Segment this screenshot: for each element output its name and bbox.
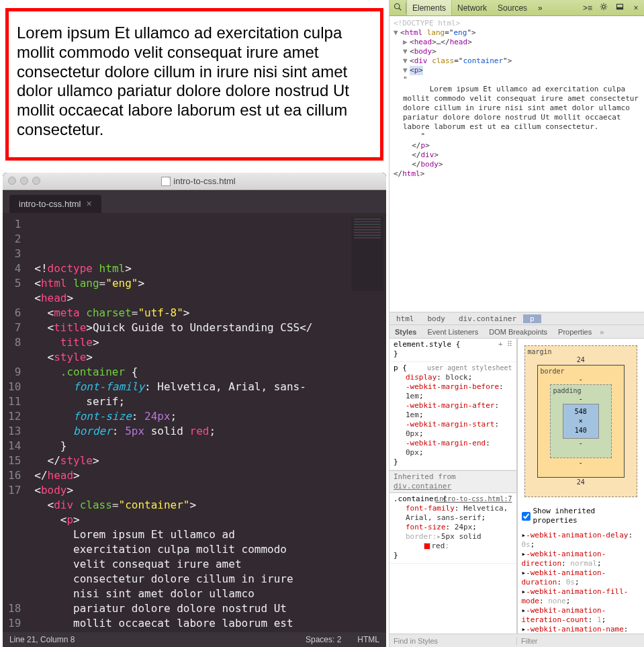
settings-gear-icon[interactable] [596, 3, 612, 13]
inspect-icon[interactable] [389, 3, 406, 13]
tab-sources[interactable]: Sources [492, 0, 533, 15]
cursor-position: Line 21, Column 8 [9, 635, 75, 644]
tab-event-listeners[interactable]: Event Listeners [422, 328, 484, 336]
new-rule-icon[interactable]: + [498, 340, 503, 349]
crumb-div[interactable]: div.container [452, 314, 523, 323]
crumb-p[interactable]: p [523, 314, 541, 323]
dom-breadcrumb: html body div.container p [389, 312, 644, 325]
devtools: Elements Network Sources » >≡ × <!DOCTYP… [389, 0, 644, 647]
tab-properties[interactable]: Properties [553, 328, 597, 336]
svg-rect-4 [617, 7, 623, 9]
close-icon[interactable]: × [86, 199, 91, 208]
rendered-paragraph: Lorem ipsum Et ullamco ad exercitation c… [5, 8, 383, 161]
rule-source: user agent stylesheet [427, 363, 512, 373]
styles-tabbar: Styles Event Listeners DOM Breakpoints P… [389, 325, 644, 339]
struck-property: border:▸5px solid red; [394, 532, 512, 551]
tab-elements[interactable]: Elements [406, 0, 452, 15]
computed-panel[interactable]: margin 24 border - padding - 548 × 140 - [517, 339, 645, 634]
tab-label: intro-to-css.html [19, 199, 81, 209]
indent-setting[interactable]: Spaces: 2 [306, 635, 341, 644]
find-in-styles[interactable]: Find in Styles [389, 637, 517, 645]
crumb-html[interactable]: html [389, 314, 421, 323]
dom-tree[interactable]: <!DOCTYPE html>▼<html lang="eng">▶<head>… [389, 16, 644, 312]
rule-source-link[interactable]: intro-to-css.html:7 [435, 495, 512, 503]
computed-properties-list: ▸-webkit-animation-delay: 0s;▸-webkit-an… [518, 528, 645, 634]
element-style-selector: element.style [394, 340, 451, 349]
svg-line-1 [399, 8, 401, 10]
inherited-from-header: Inherited from div.container [389, 470, 516, 493]
show-inherited-input[interactable] [522, 512, 531, 521]
code-editor-window: intro-to-css.html intro-to-css.html × 1 … [3, 173, 386, 647]
svg-point-0 [395, 4, 400, 9]
traffic-lights[interactable] [8, 177, 40, 185]
toggle-state-icon[interactable]: ⠿ [507, 340, 512, 349]
editor-body[interactable]: 1 2 3 4 5 6 7 8 9 10 11 12 13 14 15 16 1… [3, 213, 386, 632]
dock-icon[interactable] [612, 3, 628, 13]
browser-preview: Lorem ipsum Et ullamco ad exercitation c… [0, 0, 389, 173]
devtools-footer: Find in Styles Filter [389, 634, 644, 647]
window-titlebar[interactable]: intro-to-css.html [3, 173, 386, 190]
window-title: intro-to-css.html [40, 176, 357, 187]
file-icon [161, 177, 171, 186]
crumb-body[interactable]: body [421, 314, 453, 323]
overflow-icon[interactable]: » [597, 328, 606, 336]
styles-rules[interactable]: element.style { +⠿ } p { user agent styl… [389, 339, 517, 634]
tabs-overflow-icon[interactable]: » [533, 0, 548, 15]
editor-tab[interactable]: intro-to-css.html × [9, 195, 101, 213]
tab-styles[interactable]: Styles [389, 328, 422, 336]
tab-dom-breakpoints[interactable]: DOM Breakpoints [484, 328, 553, 336]
devtools-toolbar: Elements Network Sources » >≡ × [389, 0, 644, 16]
line-gutter: 1 2 3 4 5 6 7 8 9 10 11 12 13 14 15 16 1… [3, 213, 29, 632]
code-area[interactable]: <!doctype html> <html lang="eng"> <head>… [29, 213, 386, 632]
svg-point-2 [602, 5, 606, 9]
content-size: 548 × 140 [563, 404, 600, 439]
console-icon[interactable]: >≡ [580, 3, 596, 13]
editor-tabbar: intro-to-css.html × [3, 190, 386, 213]
filter-computed[interactable]: Filter [517, 637, 644, 645]
language-mode[interactable]: HTML [357, 635, 379, 644]
rule-selector: p [394, 363, 398, 372]
close-devtools-icon[interactable]: × [628, 3, 644, 13]
minimap[interactable] [351, 217, 383, 291]
box-model: margin 24 border - padding - 548 × 140 - [518, 339, 645, 504]
show-inherited-checkbox[interactable]: Show inherited properties [518, 504, 645, 528]
rule-selector: .container [394, 494, 438, 503]
editor-statusbar: Line 21, Column 8 Spaces: 2 HTML [3, 632, 386, 647]
tab-network[interactable]: Network [452, 0, 492, 15]
